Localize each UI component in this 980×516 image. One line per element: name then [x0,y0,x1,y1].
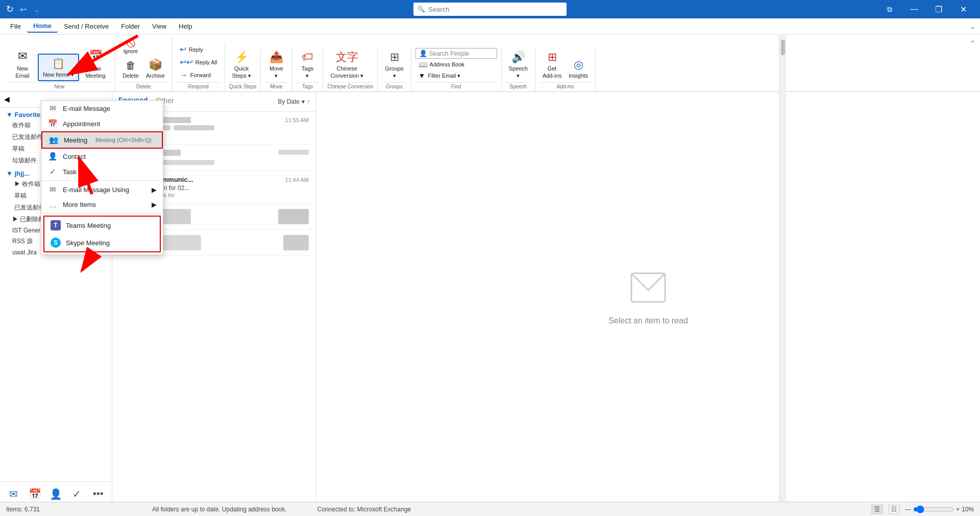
ignore-icon: 🚫 [127,39,135,48]
dropdown-appointment[interactable]: 📅 Appointment [41,116,163,131]
zoom-minus-icon[interactable]: — [905,506,911,513]
zoom-range[interactable] [913,505,954,513]
forward-label: Forward [190,72,211,79]
nav-tasks-btn[interactable]: ✓ [67,484,86,504]
search-input[interactable] [428,6,562,13]
new-meeting-button[interactable]: 📅 NewMeeting [80,47,111,81]
email-scrollbar[interactable] [779,35,786,516]
chinese-conversion-icon: 文字 [336,50,358,65]
window-controls: ⧉ — ❐ ✕ [878,0,975,18]
filter-email-label: Filter Email ▾ [428,72,460,79]
speech-group-label: Speech [506,82,531,89]
menu-send-receive[interactable]: Send / Receive [58,20,115,32]
get-addins-button[interactable]: ⊞ GetAdd-ins [540,48,565,81]
zoom-level: 10% [962,506,974,513]
skype-meeting-label: Skype Meeting [66,239,110,247]
email-using-icon: ✉ [47,185,58,194]
new-items-icon: 📋 [52,57,65,70]
archive-button[interactable]: 📦 Archive [143,56,168,82]
menu-home[interactable]: Home [27,20,58,33]
dropdown-more-items[interactable]: … More Items ▶ [41,197,163,212]
dropdown-contact[interactable]: 👤 Contact [41,149,163,164]
menu-file[interactable]: File [4,20,27,32]
delete-icon: 🗑 [126,59,136,72]
ribbon-expand-btn[interactable]: ⌃ [969,39,976,49]
sort-btn[interactable]: By Date ▾ ↑ [278,98,310,105]
move-button[interactable]: 📤 Move▾ [265,48,287,81]
menu-help[interactable]: Help [173,20,199,32]
nav-mail-btn[interactable]: ✉ [4,484,23,504]
dropdown-meeting[interactable]: 👥 Meeting Meeting (Ctrl+Shift+Q) [41,131,163,149]
find-col: 👤 Search People 📖 Address Book ▼ Filter … [415,48,497,81]
move-buttons: 📤 Move▾ [265,48,287,81]
tags-button[interactable]: 🏷 Tags▾ [296,48,318,81]
address-book-button[interactable]: 📖 Address Book [415,59,497,70]
ribbon-collapse-btn[interactable]: ⌄ [969,21,976,31]
skype-icon: S [51,238,61,248]
preview-view-btn[interactable]: ☷ [888,505,900,514]
dropdown-email-message[interactable]: ✉ E-mail Message [41,101,163,116]
new-items-button[interactable]: 📋 New Items ▾ [38,54,79,81]
address-book-icon: 📖 [419,60,427,69]
more-items-label: More Items [63,201,96,208]
dropdown-task[interactable]: ✓ Task [41,164,163,179]
email-message-label: E-mail Message [63,105,110,112]
nav-people-btn[interactable]: 👤 [46,484,65,504]
title-bar-left: ↻ ↩ ⌄ [5,5,41,14]
archive-icon: 📦 [149,58,162,73]
speech-icon: 🔊 [511,50,525,65]
task-icon: ✓ [47,167,58,176]
dropdown-email-using[interactable]: ✉ E-mail Message Using ▶ [41,182,163,197]
undo-btn[interactable]: ↩ [18,5,28,14]
redo-btn[interactable]: ⌄ [32,5,41,14]
reply-button[interactable]: ↩ Reply [177,43,220,56]
search-people-box[interactable]: 👤 Search People [415,48,497,59]
sidebar-collapse-btn[interactable]: ◀ [4,95,13,104]
menu-folder[interactable]: Folder [115,20,146,32]
ribbon-group-addins: ⊞ GetAdd-ins ◎ Insights Add-ins [535,48,596,91]
new-email-button[interactable]: ✉ NewEmail [8,47,37,81]
ribbon-group-new: ✉ NewEmail 📋 New Items ▾ 📅 NewMeeting Ne… [4,47,115,91]
dropdown-skype-meeting[interactable]: S Skype Meeting [44,234,160,251]
compact-view-btn[interactable]: ☰ [871,505,883,514]
insights-button[interactable]: ◎ Insights [566,56,591,82]
dropdown-teams-meeting[interactable]: T Teams Meeting [44,217,160,234]
nav-calendar-btn[interactable]: 📅 [25,484,44,504]
title-search-box[interactable]: 🔍 [413,3,567,16]
quick-steps-icon: ⚡ [235,50,249,65]
restore-btn[interactable]: ❐ [927,0,950,18]
filter-email-button[interactable]: ▼ Filter Email ▾ [415,70,497,81]
reply-all-button[interactable]: ↩↩ Reply All [177,56,220,69]
reply-all-icon: ↩↩ [180,57,193,68]
contact-icon: 👤 [47,152,58,161]
email-using-label: E-mail Message Using [63,186,129,194]
forward-button[interactable]: → Forward [177,69,220,82]
close-btn[interactable]: ✕ [951,0,975,18]
find-buttons: 👤 Search People 📖 Address Book ▼ Filter … [415,48,497,81]
delete-label: Delete [122,72,139,79]
chinese-conversion-button[interactable]: 文字 ChineseConversion ▾ [327,48,366,81]
chinese-buttons: 文字 ChineseConversion ▾ [327,48,373,81]
window-tile-btn[interactable]: ⧉ [878,0,901,18]
ribbon-group-find: 👤 Search People 📖 Address Book ▼ Filter … [411,48,502,91]
nav-more-btn[interactable]: ••• [89,484,108,504]
groups-button[interactable]: ⊞ Groups▾ [382,48,406,81]
groups-buttons: ⊞ Groups▾ [382,48,406,81]
ribbon-group-speech: 🔊 Speech▾ Speech [502,48,535,91]
find-group-label: Find [415,82,497,89]
zoom-plus-icon[interactable]: + [956,506,960,513]
addins-group-label: Add-ins [540,82,591,89]
zoom-slider[interactable]: — + 10% [905,505,974,513]
quick-steps-button[interactable]: ⚡ QuickSteps ▾ [229,48,254,81]
speech-button[interactable]: 🔊 Speech▾ [506,48,531,81]
search-icon: 🔍 [418,6,425,13]
minimize-btn[interactable]: — [902,0,926,18]
refresh-btn[interactable]: ↻ [5,5,14,14]
menu-view[interactable]: View [146,20,173,32]
new-buttons: ✉ NewEmail 📋 New Items ▾ 📅 NewMeeting [8,47,111,81]
respond-group-label: Respond [177,82,220,89]
get-addins-label: GetAdd-ins [543,65,561,80]
delete-button[interactable]: 🚫 Ignore 🗑 Delete [119,37,142,81]
quick-steps-buttons: ⚡ QuickSteps ▾ [229,48,257,81]
groups-icon: ⊞ [390,50,399,65]
